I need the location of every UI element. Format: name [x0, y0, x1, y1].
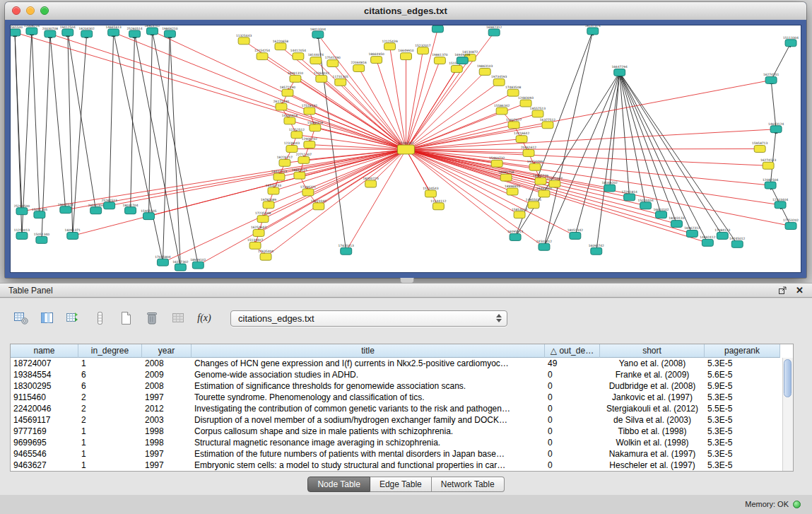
graph-node[interactable]	[312, 31, 324, 38]
table-row[interactable]: 2242004622012Investigating the contribut…	[11, 403, 793, 414]
graph-node[interactable]	[257, 53, 268, 60]
graph-node[interactable]	[542, 122, 553, 129]
zoom-window-button[interactable]	[40, 6, 49, 15]
network-canvas-svg[interactable]: 1132544312154254162206581441205418144074…	[11, 25, 801, 272]
graph-node[interactable]	[516, 136, 527, 143]
graph-node[interactable]	[268, 187, 279, 194]
graph-node[interactable]	[282, 89, 293, 96]
table-row[interactable]: 911546021997Tourette syndrome. Phenomeno…	[11, 392, 793, 403]
graph-node[interactable]	[604, 185, 616, 192]
table-row[interactable]: 946554611997Estimation of the future num…	[11, 448, 793, 460]
graph-node[interactable]	[157, 259, 168, 266]
graph-node[interactable]	[67, 232, 78, 239]
graph-node[interactable]	[686, 230, 698, 238]
graph-node[interactable]	[488, 29, 500, 36]
graph-node[interactable]	[508, 122, 519, 129]
graph-node[interactable]	[304, 141, 315, 148]
graph-node[interactable]	[263, 201, 274, 209]
graph-node[interactable]	[34, 211, 45, 218]
column-header-title[interactable]: title	[192, 344, 545, 358]
float-panel-icon[interactable]	[778, 286, 787, 295]
graph-node[interactable]	[451, 66, 462, 73]
graph-node[interactable]	[624, 194, 635, 201]
graph-node[interactable]	[26, 28, 37, 35]
graph-node[interactable]	[384, 43, 396, 50]
graph-node[interactable]	[765, 76, 777, 83]
table-row[interactable]: 969969511998Structural magnetic resonanc…	[11, 437, 793, 448]
graph-node[interactable]	[401, 53, 412, 60]
row-height-button[interactable]	[88, 308, 111, 328]
graph-node[interactable]	[284, 117, 295, 124]
graph-node[interactable]	[493, 78, 505, 86]
graph-node[interactable]	[108, 29, 119, 36]
graph-node[interactable]	[398, 145, 415, 154]
graph-node[interactable]	[298, 156, 310, 163]
graph-node[interactable]	[535, 177, 546, 185]
show-columns-button[interactable]	[36, 308, 59, 328]
new-table-button[interactable]	[114, 308, 137, 328]
table-row[interactable]: 977716911998Corpus callosum shape and si…	[11, 426, 793, 437]
graph-node[interactable]	[529, 163, 541, 170]
graph-node[interactable]	[754, 146, 765, 153]
graph-node[interactable]	[539, 190, 550, 197]
tab-edge-table[interactable]: Edge Table	[370, 477, 432, 492]
graph-node[interactable]	[290, 75, 301, 82]
graph-node[interactable]	[702, 239, 713, 246]
graph-node[interactable]	[434, 57, 445, 64]
graph-node[interactable]	[528, 201, 539, 209]
graph-node[interactable]	[591, 247, 602, 255]
graph-node[interactable]	[260, 253, 271, 260]
graph-node[interactable]	[457, 57, 468, 64]
graph-node[interactable]	[291, 132, 302, 139]
graph-node[interactable]	[785, 40, 796, 47]
graph-node[interactable]	[479, 68, 490, 75]
table-row[interactable]: 1938455462009Genome-wide association stu…	[11, 369, 793, 380]
graph-node[interactable]	[276, 103, 287, 110]
column-header-in_degree[interactable]: in_degree	[78, 344, 142, 358]
graph-node[interactable]	[62, 29, 73, 36]
graph-node[interactable]	[763, 162, 774, 169]
column-header-year[interactable]: year	[142, 344, 192, 358]
graph-node[interactable]	[587, 28, 599, 35]
close-window-button[interactable]	[12, 6, 20, 15]
graph-node[interactable]	[785, 223, 796, 230]
graph-node[interactable]	[335, 78, 346, 86]
table-selector-combobox[interactable]: citations_edges.txt	[230, 310, 507, 327]
graph-node[interactable]	[656, 211, 667, 218]
graph-node[interactable]	[90, 207, 102, 214]
graph-node[interactable]	[775, 201, 786, 209]
graph-node[interactable]	[286, 146, 298, 153]
graph-node[interactable]	[770, 126, 782, 133]
graph-node[interactable]	[279, 159, 290, 166]
graph-node[interactable]	[164, 30, 175, 37]
graph-node[interactable]	[310, 124, 321, 132]
graph-node[interactable]	[36, 236, 47, 243]
graph-node[interactable]	[304, 107, 315, 115]
graph-node[interactable]	[640, 202, 652, 209]
graph-node[interactable]	[81, 30, 93, 37]
table-scrollbar[interactable]	[782, 358, 793, 471]
graph-node[interactable]	[257, 216, 269, 223]
table-settings-button[interactable]	[10, 308, 33, 328]
table-row[interactable]: 1872400712008Changes of HCN gene express…	[11, 358, 793, 369]
delete-table-button[interactable]	[141, 308, 163, 328]
graph-node[interactable]	[238, 37, 249, 45]
graph-node[interactable]	[143, 213, 154, 220]
graph-node[interactable]	[249, 242, 261, 249]
graph-node[interactable]	[549, 180, 560, 187]
graph-node[interactable]	[532, 110, 543, 117]
graph-node[interactable]	[510, 233, 521, 240]
table-row[interactable]: 1456911722003Disruption of a novel membe…	[11, 414, 793, 426]
function-builder-button[interactable]: f(x)	[193, 308, 216, 328]
graph-node[interactable]	[293, 53, 304, 60]
graph-node[interactable]	[125, 207, 136, 214]
graph-node[interactable]	[11, 29, 20, 36]
graph-node[interactable]	[491, 160, 502, 167]
graph-node[interactable]	[175, 264, 186, 271]
close-panel-icon[interactable]: ✕	[796, 286, 804, 295]
column-header-name[interactable]: name	[11, 344, 78, 358]
tab-network-table[interactable]: Network Table	[432, 477, 505, 492]
graph-node[interactable]	[731, 240, 743, 247]
graph-node[interactable]	[16, 232, 28, 239]
graph-node[interactable]	[60, 206, 71, 214]
